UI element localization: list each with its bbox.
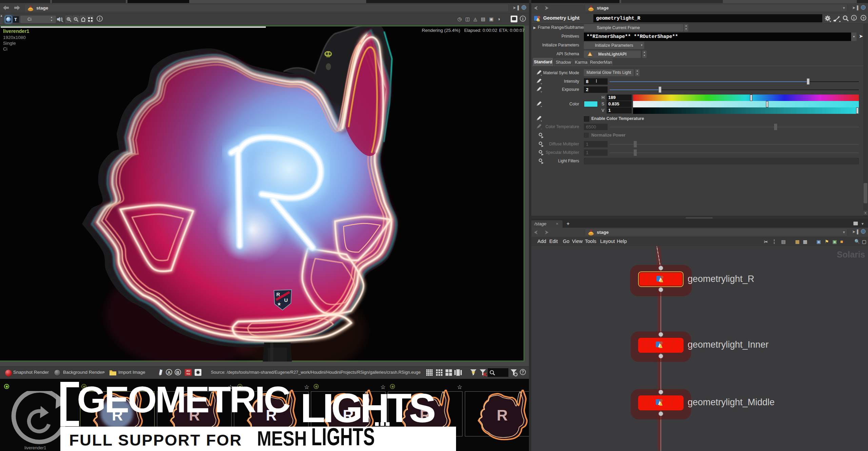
svg-text:U: U: [284, 297, 288, 303]
svg-text:★: ★: [277, 301, 281, 307]
svg-text:R: R: [276, 291, 280, 297]
